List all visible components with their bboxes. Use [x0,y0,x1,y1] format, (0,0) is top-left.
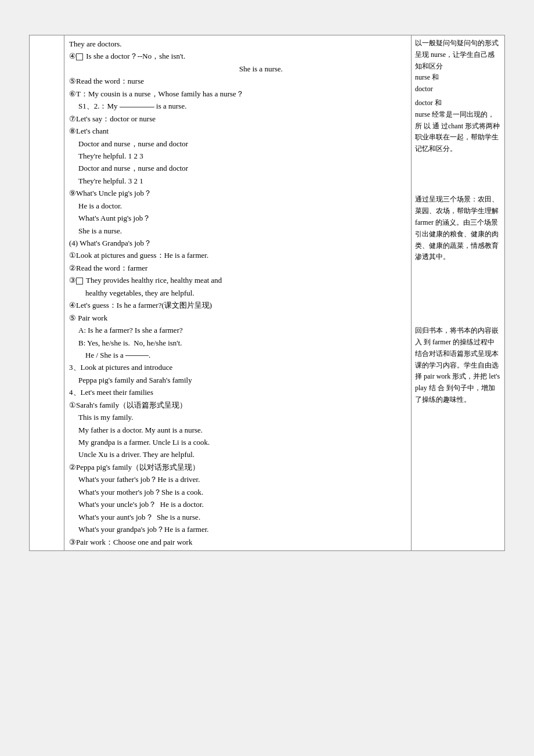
line-17: (4) What's Grandpa's job？ [69,237,406,249]
left-column [30,35,64,550]
right-column: 以一般疑问句疑问句的形式呈现 nurse，让学生自己感知和区分 nurse 和d… [412,35,504,550]
line-16: She is a nurse. [69,225,406,237]
line-28: Peppa pig's family and Sarah's family [69,374,406,386]
line-11: Doctor and nurse，nurse and doctor [69,162,406,174]
line-8: ⑧Let's chant [69,125,406,137]
line-10: They're helpful. 1 2 3 [69,150,406,162]
line-36: What's your father's job？He is a driver. [69,473,406,485]
line-12: They're helpful. 3 2 1 [69,175,406,187]
line-15: What's Aunt pig's job？ [69,212,406,224]
middle-column: They are doctors. ④ Is she a doctor？--No… [64,35,412,550]
line-6: S1、2.：My is a nurse. [69,100,406,112]
line-19: ②Read the word：farmer [69,262,406,274]
checkbox-2 [76,278,83,285]
line-30: ①Sarah's family（以语篇形式呈现） [69,399,406,411]
line-25: B: Yes, he/she is. No, he/she isn't. [69,337,406,349]
line-31: This is my family. [69,411,406,423]
line-18: ①Look at pictures and guess：He is a farm… [69,249,406,261]
note-2: nurse 和doctor [415,72,501,95]
line-9: Doctor and nurse，nurse and doctor [69,138,406,150]
line-21: healthy vegetables, they are helpful. [69,287,406,299]
note-5: 回归书本，将书本的内容嵌 入 到 farmer 的操练过程中结合对话和语篇形式呈… [415,325,501,406]
line-5: ⑥T：My cousin is a nurse，Whose family has… [69,88,406,100]
blank-2 [125,355,149,356]
note-1: 以一般疑问句疑问句的形式呈现 nurse，让学生自己感知和区分 [415,38,501,72]
line-39: What's your aunt's job？ She is a nurse. [69,511,406,523]
line-7: ⑦Let's say：doctor or nurse [69,113,406,125]
line-27: 3、Look at pictures and introduce [69,361,406,373]
line-35: ②Peppa pig's family（以对话形式呈现） [69,461,406,473]
page-container: They are doctors. ④ Is she a doctor？--No… [29,35,505,551]
line-3: She is a nurse. [69,63,406,75]
line-26: He / She is a . [69,349,406,361]
line-1: They are doctors. [69,38,406,50]
line-34: Uncle Xu is a driver. They are helpful. [69,448,406,460]
note-4: 通过呈现三个场景：农田、菜园、农场，帮助学生理解 farmer 的涵义。由三个场… [415,194,501,263]
line-4: ⑤Read the word：nurse [69,75,406,87]
line-38: What's your uncle's job？ He is a doctor. [69,498,406,510]
line-32: My father is a doctor. My aunt is a nurs… [69,424,406,436]
line-41: ③Pair work：Choose one and pair work [69,536,406,548]
line-33: My grandpa is a farmer. Uncle Li is a co… [69,436,406,448]
note-3: doctor 和nurse 经常是一同出现的，所 以 通 过chant 形式将两… [415,98,501,155]
checkbox-1 [76,53,83,60]
line-40: What's your grandpa's job？He is a farmer… [69,523,406,535]
line-13: ⑨What's Uncle pig's job？ [69,187,406,199]
line-20: ③ They provides healthy rice, healthy me… [69,274,406,286]
blank-1 [120,107,154,107]
line-37: What's your mother's job？She is a cook. [69,486,406,498]
line-22: ④Let's guess：Is he a farmer?(课文图片呈现) [69,299,406,311]
line-14: He is a doctor. [69,200,406,212]
line-2: ④ Is she a doctor？--No，she isn't. [69,50,406,62]
line-24: A: Is he a farmer? Is she a farmer? [69,324,406,336]
line-29: 4、Let's meet their families [69,386,406,398]
line-23: ⑤ Pair work [69,312,406,324]
